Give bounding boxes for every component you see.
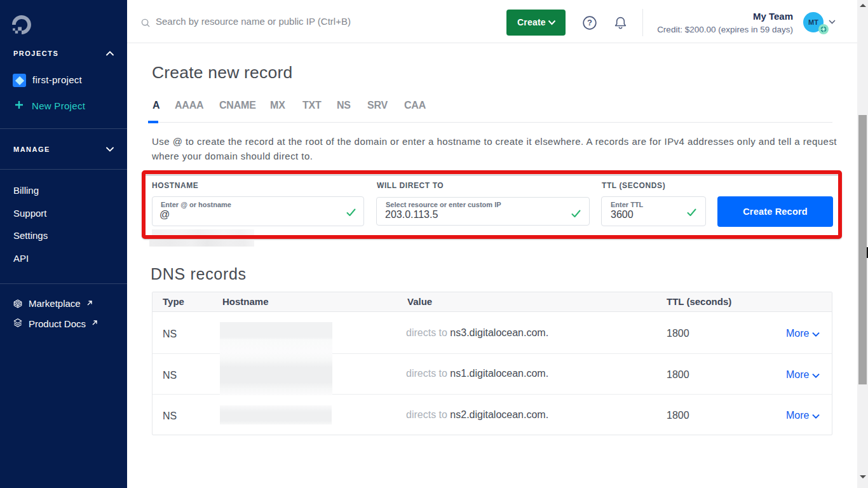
svg-text:?: ? [587, 18, 592, 27]
